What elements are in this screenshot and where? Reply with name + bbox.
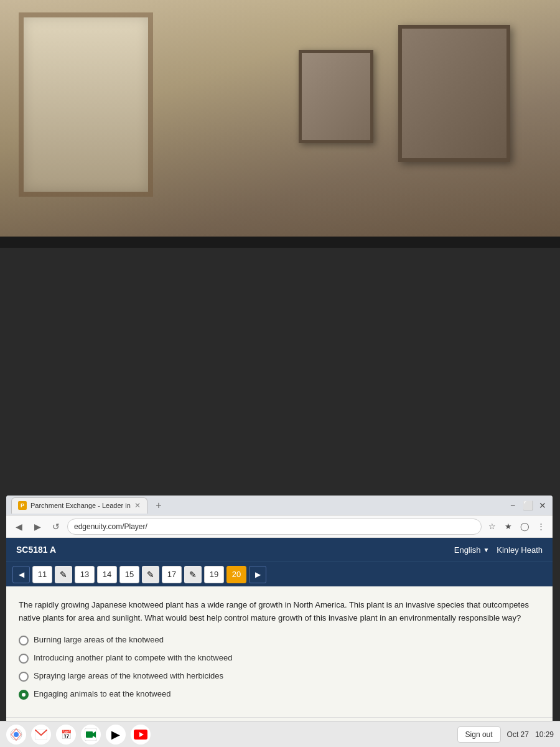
language-dropdown-arrow: ▼ (483, 547, 489, 553)
browser-back-button[interactable]: ◀ (11, 519, 26, 534)
address-field[interactable]: edgenuity.com/Player/ (67, 519, 482, 535)
user-name-label: Kinley Heath (497, 545, 543, 555)
answer-option-c[interactable]: Spraying large areas of the knotweed wit… (19, 671, 540, 682)
nav-flag-button[interactable]: ✎ (55, 566, 72, 583)
language-selector[interactable]: English ▼ (454, 545, 490, 555)
nav-num-17[interactable]: 17 (162, 566, 182, 583)
browser-window: P Parchment Exchange - Leader in ✕ + − ⬜… (6, 496, 553, 747)
address-text: edgenuity.com/Player/ (74, 522, 147, 531)
extension-icon[interactable]: ★ (502, 520, 515, 533)
nav-prev-button[interactable]: ◀ (12, 566, 30, 583)
wall-picture-2 (299, 50, 373, 143)
maximize-button[interactable]: ⬜ (523, 500, 533, 510)
address-bar: ◀ ▶ ↺ edgenuity.com/Player/ ☆ ★ ◯ ⋮ (6, 515, 553, 538)
nav-next-button[interactable]: ▶ (249, 566, 266, 583)
answer-text-c: Spraying large areas of the knotweed wit… (34, 671, 223, 680)
menu-icon[interactable]: ⋮ (534, 520, 548, 533)
taskbar-right-area: Sign out Oct 27 10:29 (457, 726, 554, 743)
radio-b[interactable] (19, 654, 29, 664)
nav-num-14[interactable]: 14 (97, 566, 117, 583)
tab-label: Parchment Exchange - Leader in (30, 502, 131, 509)
app-title: SC5181 A (16, 545, 454, 555)
taskbar-calendar-icon[interactable]: 📅 (56, 725, 76, 745)
window-controls: − ⬜ ✕ (508, 500, 548, 510)
browser-reload-button[interactable]: ↺ (49, 519, 63, 534)
taskbar-play-icon[interactable]: ▶ (106, 725, 126, 745)
answer-text-a: Burning large areas of the knotweed (34, 635, 164, 644)
taskbar: 📅 ▶ Sign out Oct 27 10:29 (0, 721, 560, 747)
answer-option-b[interactable]: Introducing another plant to compete wit… (19, 653, 540, 664)
nav-flag-button-3[interactable]: ✎ (184, 566, 202, 583)
question-area: The rapidly growing Japanese knotweed pl… (6, 586, 553, 718)
wall-picture-1 (398, 25, 510, 162)
browser-tab[interactable]: P Parchment Exchange - Leader in ✕ (11, 497, 147, 514)
answer-text-d: Engaging animals to eat the knotweed (34, 689, 170, 698)
nav-num-15[interactable]: 15 (119, 566, 139, 583)
profile-icon[interactable]: ◯ (518, 520, 531, 533)
sign-out-button[interactable]: Sign out (457, 726, 501, 743)
radio-c[interactable] (19, 672, 29, 682)
header-right: English ▼ Kinley Heath (454, 545, 543, 555)
answer-option-a[interactable]: Burning large areas of the knotweed (19, 635, 540, 646)
nav-num-11[interactable]: 11 (32, 566, 52, 583)
taskbar-date: Oct 27 (507, 730, 529, 739)
app-header: SC5181 A English ▼ Kinley Heath (6, 538, 553, 561)
taskbar-chrome-icon[interactable] (6, 725, 26, 745)
minimize-button[interactable]: − (508, 500, 518, 510)
browser-action-icons: ☆ ★ ◯ ⋮ (485, 520, 548, 533)
language-label: English (454, 545, 481, 555)
answer-option-d[interactable]: Engaging animals to eat the knotweed (19, 689, 540, 700)
tab-favicon: P (18, 501, 27, 510)
radio-d[interactable] (19, 690, 29, 700)
nav-num-19[interactable]: 19 (204, 566, 224, 583)
new-tab-button[interactable]: + (151, 498, 166, 513)
tab-close-button[interactable]: ✕ (134, 501, 141, 510)
svg-point-1 (14, 732, 19, 737)
question-nav-bar: ◀ 11 ✎ 13 14 15 ✎ 17 ✎ 19 20 ▶ (6, 561, 553, 586)
taskbar-youtube-icon[interactable] (131, 725, 151, 745)
radio-a[interactable] (19, 636, 29, 646)
bookmark-star-icon[interactable]: ☆ (485, 520, 499, 533)
close-button[interactable]: ✕ (538, 500, 548, 510)
taskbar-time: 10:29 (535, 730, 554, 739)
answer-text-b: Introducing another plant to compete wit… (34, 653, 232, 662)
browser-forward-button[interactable]: ▶ (30, 519, 45, 534)
nav-num-13[interactable]: 13 (75, 566, 95, 583)
question-text: The rapidly growing Japanese knotweed pl… (19, 599, 540, 625)
laptop-screen: P Parchment Exchange - Leader in ✕ + − ⬜… (0, 237, 560, 747)
taskbar-meet-icon[interactable] (81, 725, 101, 745)
taskbar-gmail-icon[interactable] (31, 725, 51, 745)
nav-num-20[interactable]: 20 (226, 566, 246, 583)
browser-titlebar: P Parchment Exchange - Leader in ✕ + − ⬜… (6, 496, 553, 515)
nav-flag-button-2[interactable]: ✎ (142, 566, 159, 583)
svg-rect-4 (86, 731, 93, 738)
